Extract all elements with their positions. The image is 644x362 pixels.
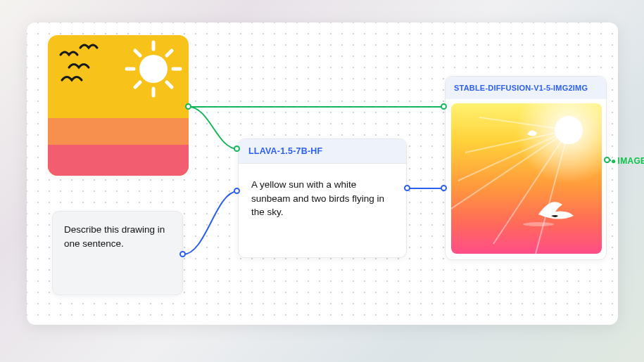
llava-node[interactable]: LLAVA-1.5-7B-HF A yellow sun with a whit… [238,138,407,258]
input-image-node[interactable] [48,35,189,176]
port-sd-image-out[interactable] [604,157,610,163]
bullet-icon: ● [611,156,617,166]
input-sketch-image [48,35,189,176]
port-llava-text-out[interactable] [404,185,410,191]
port-sd-text-in[interactable] [441,185,447,191]
pipeline-canvas[interactable]: Describe this drawing in one sentence. L… [27,22,618,325]
output-label: ●IMAGE [611,156,644,166]
svg-rect-2 [48,145,189,176]
port-sd-image-in[interactable] [441,103,447,110]
sd-header: STABLE-DIFFUSION-V1-5-IMG2IMG [446,77,606,99]
port-image-out[interactable] [185,103,191,110]
prompt-node[interactable]: Describe this drawing in one sentence. [52,211,183,295]
port-prompt-out[interactable] [179,251,186,257]
stable-diffusion-node[interactable]: STABLE-DIFFUSION-V1-5-IMG2IMG [445,76,607,260]
svg-point-21 [523,222,554,226]
prompt-text: Describe this drawing in one sentence. [64,223,171,250]
svg-point-3 [139,55,168,83]
port-llava-image-in[interactable] [234,146,240,152]
port-llava-text-in[interactable] [234,188,240,194]
output-label-text: IMAGE [618,156,644,166]
llava-header: LLAVA-1.5-7B-HF [239,139,406,164]
llava-caption-text: A yellow sun with a white sunbeam and tw… [239,164,406,247]
sd-output-image [451,103,602,254]
svg-point-20 [555,116,583,144]
